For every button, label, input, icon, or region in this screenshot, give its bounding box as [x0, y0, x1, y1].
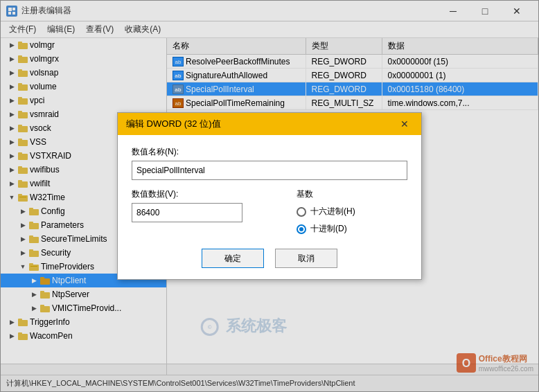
- dialog-data-col: 数值数据(V):: [132, 188, 283, 240]
- data-label: 数值数据(V):: [132, 188, 283, 200]
- radio-dec-circle: [297, 224, 306, 234]
- data-input[interactable]: [132, 203, 242, 222]
- cancel-button[interactable]: 取消: [275, 249, 337, 268]
- dialog-title-bar: 编辑 DWORD (32 位)值 ✕: [118, 113, 421, 135]
- modal-overlay: 编辑 DWORD (32 位)值 ✕ 数值名称(N): 数值数据(V): 基数 …: [0, 0, 539, 392]
- radio-dec[interactable]: 十进制(D): [297, 223, 407, 235]
- name-input[interactable]: [132, 161, 407, 180]
- name-label: 数值名称(N):: [132, 146, 407, 158]
- dialog-close-button[interactable]: ✕: [396, 116, 413, 132]
- ok-button[interactable]: 确定: [202, 249, 264, 268]
- radio-hex-label: 十六进制(H): [310, 206, 355, 217]
- dialog-base-col: 基数 十六进制(H) 十进制(D): [297, 188, 407, 240]
- dialog-data-row: 数值数据(V): 基数 十六进制(H) 十进制(D): [132, 188, 407, 240]
- base-label: 基数: [297, 188, 407, 200]
- dialog-buttons: 确定 取消: [132, 249, 407, 268]
- radio-dec-label: 十进制(D): [310, 223, 347, 235]
- dialog-body: 数值名称(N): 数值数据(V): 基数 十六进制(H) 十进制(D): [118, 135, 421, 279]
- edit-dword-dialog: 编辑 DWORD (32 位)值 ✕ 数值名称(N): 数值数据(V): 基数 …: [117, 112, 422, 280]
- radio-hex-circle: [297, 207, 306, 217]
- dialog-title: 编辑 DWORD (32 位)值: [126, 118, 221, 130]
- radio-hex[interactable]: 十六进制(H): [297, 206, 407, 217]
